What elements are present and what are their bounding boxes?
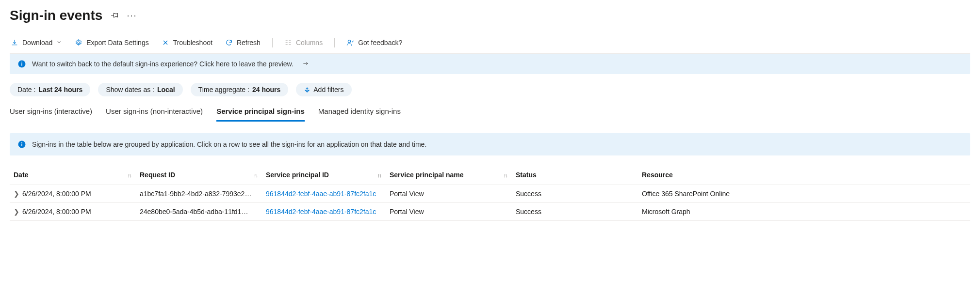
grouping-note: Sign-ins in the table below are grouped … (10, 133, 970, 155)
svg-rect-6 (21, 144, 22, 146)
refresh-button[interactable]: Refresh (224, 37, 261, 48)
cell-resource: Microsoft Graph (642, 208, 690, 216)
cell-resource: Office 365 SharePoint Online (642, 190, 730, 198)
page-header: Sign-in events ··· (10, 8, 970, 23)
columns-icon (284, 39, 292, 46)
export-button[interactable]: Export Data Settings (74, 37, 149, 48)
cell-spid-link[interactable]: 961844d2-febf-4aae-ab91-87fc2fa1c (266, 190, 376, 198)
info-icon (17, 140, 26, 149)
info-icon (17, 60, 26, 68)
feedback-button[interactable]: Got feedback? (345, 37, 403, 48)
export-label: Export Data Settings (86, 39, 148, 46)
table-row[interactable]: ❯6/26/2024, 8:00:00 PM 24e80be0-5ada-4b5… (10, 203, 970, 221)
filter-showdates-label: Show dates as : (106, 86, 154, 93)
feedback-icon (346, 39, 354, 46)
refresh-icon (225, 39, 233, 46)
filter-timeaggregate-label: Time aggregate : (198, 86, 249, 93)
cell-date: 6/26/2024, 8:00:00 PM (22, 190, 91, 198)
table-row[interactable]: ❯6/26/2024, 8:00:00 PM a1bc7fa1-9bb2-4bd… (10, 185, 970, 203)
grouping-note-text: Sign-ins in the table below are grouped … (32, 140, 426, 148)
filter-timeaggregate-value: 24 hours (252, 86, 280, 93)
command-bar: Download Export Data Settings Troublesho… (10, 37, 970, 54)
filter-row: Date : Last 24 hours Show dates as : Loc… (10, 83, 970, 96)
troubleshoot-icon (162, 39, 169, 46)
add-filters-label: Add filters (313, 86, 343, 93)
columns-label: Columns (296, 39, 323, 46)
preview-banner-text: Want to switch back to the default sign-… (32, 60, 294, 68)
arrow-right-icon (302, 60, 309, 68)
toolbar-separator (334, 38, 335, 47)
tab-service-principal[interactable]: Service principal sign-ins (216, 103, 305, 122)
cell-status: Success (516, 208, 541, 216)
preview-banner[interactable]: Want to switch back to the default sign-… (10, 54, 970, 74)
tabs: User sign-ins (interactive) User sign-in… (10, 103, 970, 122)
filter-date-value: Last 24 hours (38, 86, 82, 93)
chevron-right-icon: ❯ (14, 208, 19, 216)
col-header-status[interactable]: Status (512, 166, 638, 185)
toolbar-separator (272, 38, 273, 47)
gear-icon (75, 39, 82, 46)
svg-point-1 (348, 40, 350, 43)
filter-showdates[interactable]: Show dates as : Local (98, 83, 182, 96)
download-label: Download (22, 39, 52, 46)
add-filters-button[interactable]: Add filters (296, 83, 351, 96)
tab-user-noninteractive[interactable]: User sign-ins (non-interactive) (106, 103, 203, 122)
filter-showdates-value: Local (157, 86, 175, 93)
svg-rect-4 (21, 62, 22, 63)
filter-date[interactable]: Date : Last 24 hours (10, 83, 90, 96)
columns-button: Columns (283, 37, 324, 48)
filter-date-label: Date : (17, 86, 35, 93)
chevron-right-icon: ❯ (14, 190, 19, 198)
svg-rect-3 (21, 63, 22, 66)
cell-requestid: 24e80be0-5ada-4b5d-adba-11fd1… (140, 208, 256, 216)
refresh-label: Refresh (237, 39, 261, 46)
page-title: Sign-in events (10, 8, 102, 23)
cell-requestid: a1bc7fa1-9bb2-4bd2-a832-7993e2… (140, 190, 256, 198)
download-icon (11, 39, 18, 46)
signins-table: Date↑↓ Request ID↑↓ Service principal ID… (10, 166, 970, 221)
pin-icon[interactable] (110, 11, 119, 20)
troubleshoot-label: Troubleshoot (173, 39, 212, 46)
cell-date: 6/26/2024, 8:00:00 PM (22, 208, 91, 216)
more-icon[interactable]: ··· (127, 11, 137, 21)
col-header-requestid[interactable]: Request ID↑↓ (136, 166, 262, 185)
col-header-spid[interactable]: Service principal ID↑↓ (262, 166, 386, 185)
col-header-date[interactable]: Date↑↓ (10, 166, 136, 185)
troubleshoot-button[interactable]: Troubleshoot (161, 37, 213, 48)
tab-managed-identity[interactable]: Managed identity sign-ins (318, 103, 401, 122)
tab-user-interactive[interactable]: User sign-ins (interactive) (10, 103, 92, 122)
sort-icon: ↑↓ (504, 172, 507, 178)
svg-rect-7 (21, 142, 22, 143)
sort-icon: ↑↓ (377, 172, 381, 178)
sort-icon: ↑↓ (254, 172, 257, 178)
cell-spname: Portal View (390, 190, 424, 198)
filter-timeaggregate[interactable]: Time aggregate : 24 hours (191, 83, 289, 96)
chevron-down-icon (56, 39, 62, 46)
cell-spid-link[interactable]: 961844d2-febf-4aae-ab91-87fc2fa1c (266, 208, 376, 216)
download-button[interactable]: Download (10, 37, 63, 48)
svg-point-0 (78, 42, 80, 44)
feedback-label: Got feedback? (358, 39, 402, 46)
cell-status: Success (516, 190, 541, 198)
col-header-spname[interactable]: Service principal name↑↓ (386, 166, 512, 185)
cell-spname: Portal View (390, 208, 424, 216)
sort-icon: ↑↓ (128, 172, 131, 178)
col-header-resource[interactable]: Resource (638, 166, 970, 185)
filter-icon (304, 86, 310, 93)
